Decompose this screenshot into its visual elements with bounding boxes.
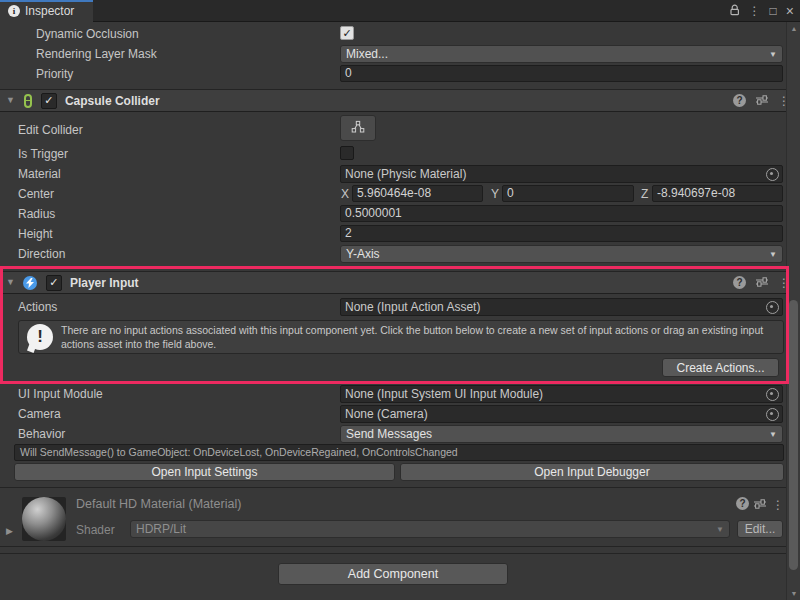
shader-label: Shader <box>76 521 115 539</box>
priority-label: Priority <box>36 65 73 83</box>
foldout-closed-icon[interactable]: ▶ <box>6 527 13 536</box>
divider <box>0 487 800 488</box>
help-icon[interactable]: ? <box>733 94 746 107</box>
center-x-input[interactable]: 5.960464e-08 <box>352 185 483 202</box>
direction-dropdown[interactable]: Y-Axis ▼ <box>340 245 783 263</box>
center-y-label: Y <box>491 185 499 203</box>
send-message-info: Will SendMessage() to GameObject: OnDevi… <box>14 444 784 461</box>
tab-bar: i Inspector ⋮ □ × <box>0 0 800 22</box>
is-trigger-checkbox[interactable] <box>340 146 354 160</box>
edit-collider-icon <box>350 119 366 137</box>
center-label: Center <box>18 185 54 203</box>
divider <box>0 546 800 547</box>
direction-value: Y-Axis <box>346 247 380 261</box>
behavior-label: Behavior <box>18 425 65 443</box>
chevron-down-icon: ▼ <box>716 525 724 534</box>
help-icon[interactable]: ? <box>733 276 746 289</box>
unlock-icon[interactable] <box>729 4 740 18</box>
chevron-down-icon: ▼ <box>769 50 777 59</box>
ui-input-module-value: None (Input System UI Input Module) <box>345 387 543 401</box>
center-z-label: Z <box>641 185 648 203</box>
direction-label: Direction <box>18 245 65 263</box>
camera-object-field[interactable]: None (Camera) <box>340 405 783 423</box>
object-picker-icon[interactable] <box>766 408 779 421</box>
material-value: None (Physic Material) <box>345 167 466 181</box>
warning-icon: ! <box>27 324 53 350</box>
object-picker-icon[interactable] <box>766 168 779 181</box>
chevron-down-icon: ▼ <box>769 250 777 259</box>
center-y-input[interactable]: 0 <box>502 185 634 202</box>
window-menu-icon[interactable]: ⋮ <box>749 5 761 17</box>
player-input-header[interactable]: ▼ ✓ Player Input ? ⋮ <box>0 271 800 294</box>
help-icon[interactable]: ? <box>736 497 749 510</box>
behavior-value: Send Messages <box>346 427 432 441</box>
tab-inspector[interactable]: i Inspector <box>0 0 93 22</box>
player-input-icon <box>23 276 37 290</box>
material-preview-thumbnail[interactable] <box>22 497 66 541</box>
scrollbar-thumb[interactable] <box>789 300 798 570</box>
actions-object-field[interactable]: None (Input Action Asset) <box>340 298 783 316</box>
scroll-up-icon[interactable]: ▲ <box>787 25 800 32</box>
edit-collider-button[interactable] <box>340 115 376 141</box>
material-preview-title: Default HD Material (Material) <box>76 497 241 511</box>
height-input[interactable]: 2 <box>340 225 783 242</box>
tab-title: Inspector <box>25 4 74 18</box>
scrollbar[interactable]: ▲ ▼ <box>786 22 800 600</box>
height-label: Height <box>18 225 53 243</box>
rendering-layer-mask-dropdown[interactable]: Mixed... ▼ <box>340 45 783 63</box>
maximize-icon[interactable]: □ <box>770 5 777 17</box>
center-x-label: X <box>341 185 349 203</box>
open-input-debugger-button[interactable]: Open Input Debugger <box>400 463 784 481</box>
shader-edit-button[interactable]: Edit... <box>737 520 783 538</box>
center-z-input[interactable]: -8.940697e-08 <box>652 185 783 202</box>
actions-label: Actions <box>18 298 57 316</box>
material-sphere <box>22 497 66 541</box>
presets-icon[interactable] <box>755 276 769 290</box>
object-picker-icon[interactable] <box>766 301 779 314</box>
inspector-info-icon: i <box>8 5 20 17</box>
actions-value: None (Input Action Asset) <box>345 300 480 314</box>
shader-value: HDRP/Lit <box>136 522 186 536</box>
divider <box>0 553 800 554</box>
priority-input[interactable]: 0 <box>340 65 783 82</box>
foldout-open-icon[interactable]: ▼ <box>6 278 15 287</box>
rendering-layer-mask-value: Mixed... <box>346 47 388 61</box>
capsule-collider-header[interactable]: ▼ ✓ Capsule Collider ? ⋮ <box>0 89 800 112</box>
player-input-title: Player Input <box>70 276 139 290</box>
presets-icon[interactable] <box>755 94 769 108</box>
window-controls: ⋮ □ × <box>729 0 794 22</box>
behavior-dropdown[interactable]: Send Messages ▼ <box>340 425 783 443</box>
object-picker-icon[interactable] <box>766 388 779 401</box>
capsule-collider-enabled-checkbox[interactable]: ✓ <box>41 93 57 109</box>
close-icon[interactable]: × <box>786 5 794 17</box>
create-actions-button[interactable]: Create Actions... <box>662 358 779 377</box>
inspector-window: i Inspector ⋮ □ × Dynamic Occlusion ✓ Re… <box>0 0 800 600</box>
scroll-down-icon[interactable]: ▼ <box>787 590 800 597</box>
edit-collider-label: Edit Collider <box>18 121 83 139</box>
input-actions-warning-text: There are no input actions associated wi… <box>61 324 775 351</box>
radius-label: Radius <box>18 205 55 223</box>
foldout-open-icon[interactable]: ▼ <box>6 96 15 105</box>
ui-input-module-object-field[interactable]: None (Input System UI Input Module) <box>340 385 783 403</box>
dynamic-occlusion-checkbox[interactable]: ✓ <box>340 26 354 40</box>
dynamic-occlusion-label: Dynamic Occlusion <box>36 25 139 43</box>
kebab-menu-icon[interactable]: ⋮ <box>772 498 784 512</box>
ui-input-module-label: UI Input Module <box>18 385 103 403</box>
radius-input[interactable]: 0.5000001 <box>340 205 783 222</box>
camera-label: Camera <box>18 405 61 423</box>
presets-icon[interactable] <box>753 498 767 512</box>
add-component-button[interactable]: Add Component <box>278 563 508 585</box>
capsule-collider-title: Capsule Collider <box>65 94 160 108</box>
open-input-settings-button[interactable]: Open Input Settings <box>14 463 395 481</box>
material-object-field[interactable]: None (Physic Material) <box>340 165 783 183</box>
is-trigger-label: Is Trigger <box>18 145 68 163</box>
shader-dropdown[interactable]: HDRP/Lit ▼ <box>130 520 730 538</box>
capsule-collider-icon <box>24 94 32 108</box>
player-input-enabled-checkbox[interactable]: ✓ <box>46 275 62 291</box>
camera-value: None (Camera) <box>345 407 428 421</box>
chevron-down-icon: ▼ <box>769 430 777 439</box>
rendering-layer-mask-label: Rendering Layer Mask <box>36 45 157 63</box>
material-label: Material <box>18 165 61 183</box>
